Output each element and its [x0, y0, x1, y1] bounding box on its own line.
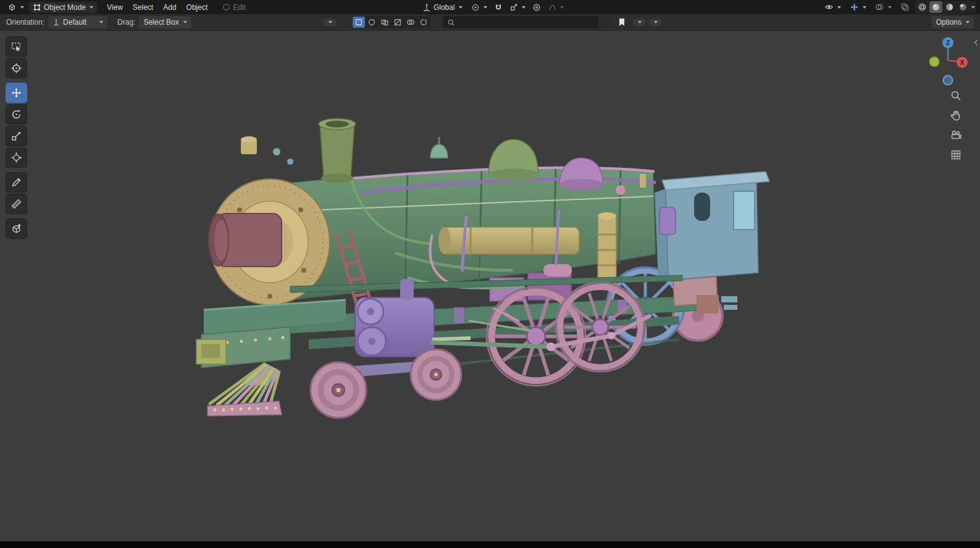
mode-subtract-icon[interactable] — [379, 17, 391, 28]
chevron-down-icon — [863, 6, 866, 9]
menu-bar: View Select Add Object — [102, 1, 212, 14]
visibility-eye-icon — [824, 2, 834, 12]
shading-solid-button[interactable] — [929, 1, 942, 13]
tool-rotate[interactable] — [6, 104, 27, 125]
pivot-point-dropdown[interactable] — [467, 2, 491, 13]
falloff-curve-icon — [548, 3, 556, 12]
bookmark-dropdown[interactable] — [633, 19, 645, 26]
chevron-down-icon — [971, 6, 975, 9]
menu-select[interactable]: Select — [128, 1, 158, 14]
bookmark-icon — [618, 18, 626, 27]
tool-measure[interactable] — [6, 194, 27, 214]
chevron-down-icon — [20, 6, 24, 9]
tool-select-box[interactable] — [6, 36, 27, 57]
chevron-down-icon — [329, 21, 332, 23]
shading-wireframe-button[interactable] — [916, 1, 929, 13]
viewport-nav-controls — [949, 89, 963, 162]
toggle-xray-button[interactable] — [897, 1, 913, 13]
menu-object[interactable]: Object — [182, 1, 213, 14]
tool-move[interactable] — [6, 83, 27, 103]
chevron-down-icon — [459, 6, 463, 9]
select-mode-group — [352, 16, 430, 28]
object-mode-icon — [33, 3, 41, 12]
navigation-gizmo[interactable]: Z X — [924, 35, 971, 88]
gizmo-z-label: Z — [946, 39, 950, 46]
gizmo-x-label: X — [960, 59, 965, 66]
shading-mode-group — [915, 1, 976, 14]
search-box — [443, 16, 598, 28]
toolbar — [6, 36, 27, 243]
snap-toggle[interactable] — [492, 2, 505, 13]
collapsed-settings-dropdown[interactable] — [324, 19, 336, 26]
proportional-falloff-dropdown[interactable] — [544, 2, 567, 13]
sidebar-collapse-arrow[interactable] — [973, 38, 979, 49]
show-overlays-dropdown[interactable] — [871, 1, 895, 13]
orthographic-grid-icon[interactable] — [949, 148, 963, 162]
chevron-down-icon — [183, 21, 187, 23]
tool-scale[interactable] — [6, 126, 27, 146]
model-bogie-wheels — [311, 349, 461, 418]
chevron-down-icon — [638, 21, 642, 23]
drag-dropdown[interactable]: Select Box — [139, 16, 191, 28]
chevron-down-icon — [99, 21, 103, 23]
tool-settings-bar: Orientation: Default Drag: Select Box — [0, 14, 980, 31]
mode-circle-icon[interactable] — [417, 17, 430, 28]
snap-target-dropdown[interactable] — [506, 2, 529, 13]
tool-annotate[interactable] — [6, 172, 27, 193]
zoom-icon[interactable] — [949, 89, 963, 102]
search-icon — [447, 19, 455, 27]
gizmo-negative-z-axis[interactable] — [944, 76, 953, 85]
chevron-down-icon — [654, 21, 658, 23]
chevron-down-icon — [966, 21, 970, 23]
tool-cursor[interactable] — [6, 58, 27, 78]
viewport-3d[interactable]: Z X — [0, 31, 980, 541]
mode-extend-icon[interactable] — [366, 17, 378, 28]
chevron-down-icon — [560, 6, 564, 9]
proportional-editing-toggle[interactable] — [530, 2, 543, 13]
extra-settings-dropdown[interactable] — [649, 19, 661, 26]
mode-invert-icon[interactable] — [392, 17, 404, 28]
tool-transform[interactable] — [6, 147, 27, 168]
transform-orientation-label: Global — [433, 3, 455, 12]
search-input[interactable] — [459, 18, 594, 27]
chevron-down-icon — [888, 6, 892, 9]
chevron-down-icon — [522, 6, 526, 9]
viewport-header: Object Mode View Select Add Object Edit … — [0, 0, 980, 14]
options-label: Options — [936, 18, 961, 27]
mode-selector[interactable]: Object Mode — [29, 2, 97, 13]
blender-window: Object Mode View Select Add Object Edit … — [0, 0, 980, 548]
xray-icon — [900, 2, 910, 12]
menu-view[interactable]: View — [102, 1, 128, 14]
gizmo-arrows-icon — [850, 2, 859, 12]
snap-target-icon — [509, 3, 518, 12]
show-gizmos-dropdown[interactable] — [846, 1, 870, 13]
edit-mode-toggle[interactable]: Edit — [219, 2, 249, 13]
orientation-value: Default — [63, 18, 95, 27]
editor-type-button[interactable] — [4, 1, 28, 13]
search-filter-stub[interactable] — [598, 16, 611, 28]
tool-add-cube[interactable] — [6, 218, 27, 239]
options-dropdown[interactable]: Options — [932, 16, 974, 28]
transform-orientation-dropdown[interactable]: Global — [419, 2, 466, 13]
locomotive-model[interactable] — [0, 31, 980, 541]
menu-add[interactable]: Add — [158, 1, 181, 14]
shading-material-button[interactable] — [943, 1, 956, 13]
mode-intersect-icon[interactable] — [404, 17, 417, 28]
orientation-dropdown[interactable]: Default — [48, 16, 107, 28]
magnet-icon — [494, 3, 503, 12]
mode-set-icon[interactable] — [353, 17, 365, 28]
edit-circle-icon — [222, 3, 230, 11]
chevron-down-icon — [837, 6, 841, 9]
shading-rendered-button[interactable] — [957, 1, 970, 13]
chevron-down-icon — [484, 6, 487, 9]
gizmo-y-axis[interactable] — [929, 57, 939, 67]
pan-hand-icon[interactable] — [949, 109, 963, 122]
drag-value: Select Box — [143, 18, 178, 27]
object-type-visibility-dropdown[interactable] — [821, 1, 845, 13]
status-bar — [0, 541, 980, 548]
camera-view-icon[interactable] — [949, 128, 963, 142]
orientation-icon — [52, 19, 60, 26]
bookmark-toggle[interactable] — [614, 15, 629, 29]
pivot-point-icon — [471, 3, 480, 12]
editor-type-icon — [7, 2, 17, 12]
